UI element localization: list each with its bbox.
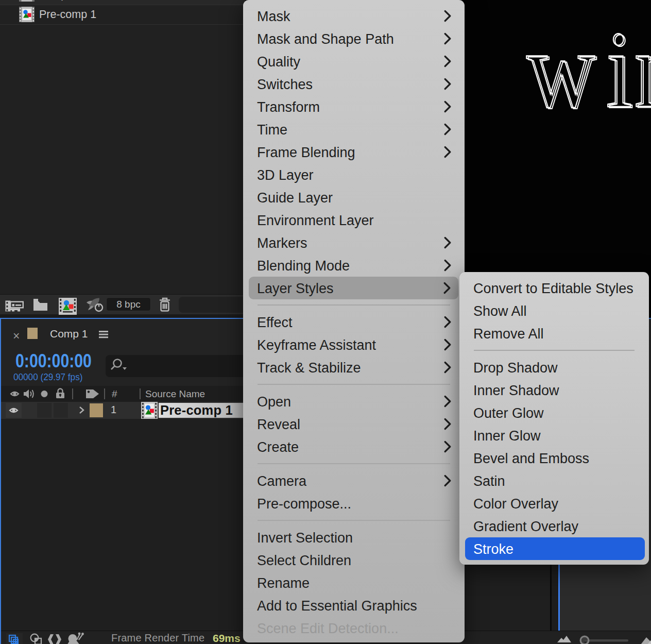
svg-text:Source Name: Source Name (145, 388, 205, 399)
svg-text:#: # (112, 388, 117, 399)
